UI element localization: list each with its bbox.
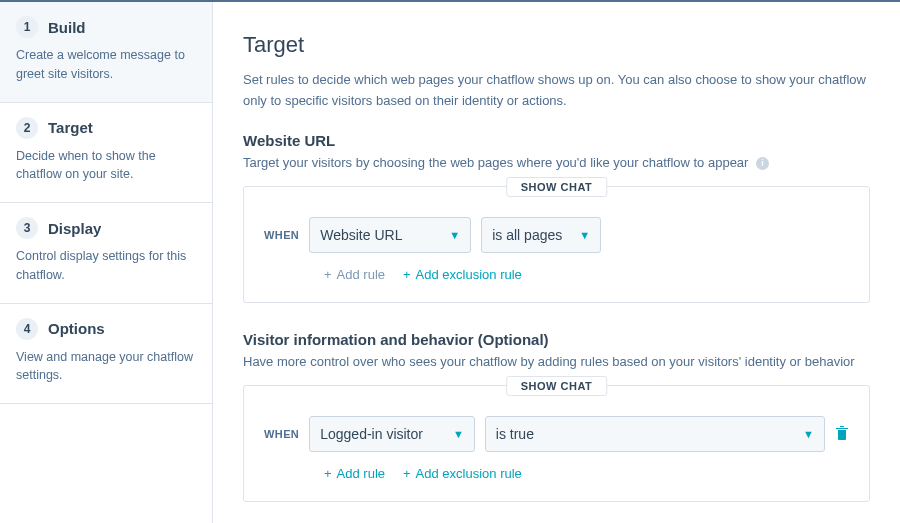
show-chat-label: SHOW CHAT	[506, 376, 608, 396]
page-title: Target	[243, 32, 870, 58]
when-label: WHEN	[264, 229, 299, 241]
step-number: 2	[16, 117, 38, 139]
step-description: Create a welcome message to greet site v…	[16, 46, 196, 84]
visitor-info-subtext: Have more control over who sees your cha…	[243, 354, 870, 369]
add-exclusion-rule-button[interactable]: + Add exclusion rule	[403, 466, 522, 481]
step-number: 4	[16, 318, 38, 340]
svg-rect-0	[840, 432, 841, 437]
chevron-down-icon: ▼	[803, 428, 814, 440]
step-description: View and manage your chatflow settings.	[16, 348, 196, 386]
url-operator-select[interactable]: is all pages ▼	[481, 217, 601, 253]
sidebar-step-build[interactable]: 1 Build Create a welcome message to gree…	[0, 2, 212, 103]
info-icon[interactable]: i	[756, 157, 769, 170]
show-chat-label: SHOW CHAT	[506, 177, 608, 197]
sidebar-step-options[interactable]: 4 Options View and manage your chatflow …	[0, 304, 212, 405]
step-description: Decide when to show the chatflow on your…	[16, 147, 196, 185]
main-content: Target Set rules to decide which web pag…	[213, 2, 900, 523]
delete-icon[interactable]	[835, 425, 849, 443]
when-label: WHEN	[264, 428, 299, 440]
visitor-condition-select[interactable]: Logged-in visitor ▼	[309, 416, 475, 452]
plus-icon: +	[403, 267, 411, 282]
svg-rect-1	[843, 432, 844, 437]
plus-icon: +	[403, 466, 411, 481]
sidebar-step-target[interactable]: 2 Target Decide when to show the chatflo…	[0, 103, 212, 204]
step-title: Options	[48, 320, 105, 337]
url-rule-box: SHOW CHAT WHEN Website URL ▼ is all page…	[243, 186, 870, 303]
step-number: 3	[16, 217, 38, 239]
website-url-heading: Website URL	[243, 132, 870, 149]
add-rule-button[interactable]: + Add rule	[324, 466, 385, 481]
plus-icon: +	[324, 267, 332, 282]
step-title: Build	[48, 19, 86, 36]
chevron-down-icon: ▼	[453, 428, 464, 440]
url-condition-select[interactable]: Website URL ▼	[309, 217, 471, 253]
visitor-operator-select[interactable]: is true ▼	[485, 416, 825, 452]
visitor-rule-box: SHOW CHAT WHEN Logged-in visitor ▼ is tr…	[243, 385, 870, 502]
sidebar: 1 Build Create a welcome message to gree…	[0, 2, 213, 523]
visitor-info-heading: Visitor information and behavior (Option…	[243, 331, 870, 348]
step-title: Target	[48, 119, 93, 136]
chevron-down-icon: ▼	[449, 229, 460, 241]
step-description: Control display settings for this chatfl…	[16, 247, 196, 285]
add-exclusion-rule-button[interactable]: + Add exclusion rule	[403, 267, 522, 282]
plus-icon: +	[324, 466, 332, 481]
sidebar-step-display[interactable]: 3 Display Control display settings for t…	[0, 203, 212, 304]
website-url-subtext: Target your visitors by choosing the web…	[243, 155, 870, 170]
page-description: Set rules to decide which web pages your…	[243, 70, 870, 112]
step-title: Display	[48, 220, 101, 237]
step-number: 1	[16, 16, 38, 38]
add-rule-button[interactable]: + Add rule	[324, 267, 385, 282]
chevron-down-icon: ▼	[579, 229, 590, 241]
